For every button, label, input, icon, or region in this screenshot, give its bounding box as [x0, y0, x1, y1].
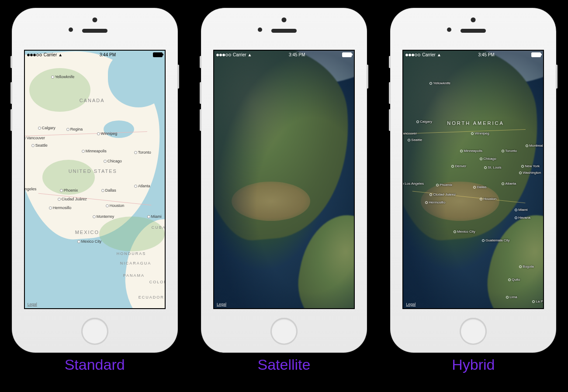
ocean-shading: [403, 51, 543, 308]
city-phoenix: Phoenix: [60, 188, 78, 193]
city-newyork: New York: [521, 164, 540, 168]
country-label-mexico: MEXICO: [75, 230, 99, 235]
city-chicago: Chicago: [104, 159, 122, 163]
city-dallas: Dallas: [101, 188, 116, 193]
front-camera: [92, 17, 97, 22]
power-button: [556, 65, 558, 89]
caption-hybrid: Hybrid: [452, 356, 495, 373]
signal-strength-icon: [216, 52, 232, 57]
carrier-label: Carrier: [422, 52, 436, 57]
city-stlouis: St. Louis: [484, 165, 501, 169]
volume-up-button: [389, 82, 391, 104]
city-losangeles: Los Angeles: [402, 182, 424, 186]
city-regina: Regina: [66, 127, 83, 131]
city-calgary: Calgary: [416, 120, 432, 124]
column-hybrid: Carrier ▲ 3:45 PM NORTH AMERICA Yellowkn…: [386, 8, 561, 373]
earpiece-speaker: [461, 29, 486, 33]
map-view-standard[interactable]: CANADA UNITED STATES MEXICO CUBA HONDURA…: [25, 51, 165, 308]
wifi-icon: ▲: [248, 52, 252, 57]
power-button: [177, 65, 179, 89]
city-toronto: Toronto: [502, 149, 517, 153]
screen-hybrid: Carrier ▲ 3:45 PM NORTH AMERICA Yellowkn…: [402, 50, 544, 309]
city-mexicocity: Mexico City: [77, 239, 102, 244]
country-label-ecuador: ECUADOR: [139, 295, 164, 299]
clock-label: 3:44 PM: [100, 52, 116, 57]
home-button[interactable]: [460, 318, 487, 345]
city-seattle: Seattle: [31, 143, 48, 148]
iphone-mockup-standard: Carrier ▲ 3:44 PM CANADA UNITED STATES M…: [12, 8, 178, 353]
caption-standard: Standard: [65, 356, 125, 373]
country-label-canada: CANADA: [80, 98, 105, 103]
country-label-panama: PANAMA: [123, 273, 145, 278]
city-phoenix: Phoenix: [436, 183, 452, 187]
legal-link[interactable]: Legal: [217, 302, 226, 306]
map-view-hybrid[interactable]: NORTH AMERICA Yellowknife Calgary Vancou…: [403, 51, 543, 308]
wifi-icon: ▲: [58, 52, 62, 57]
city-losangeles: Angeles: [24, 187, 37, 191]
city-washington: Washington: [519, 171, 541, 175]
city-mexicocity: Mexico City: [454, 230, 475, 234]
comparison-figure: Carrier ▲ 3:44 PM CANADA UNITED STATES M…: [0, 0, 568, 392]
power-button: [367, 65, 368, 89]
legal-link[interactable]: Legal: [406, 302, 416, 306]
city-winnipeg: Winnipeg: [97, 131, 118, 136]
battery-icon: [342, 52, 352, 57]
city-hermosillo: Hermosillo: [425, 200, 445, 204]
mute-switch: [389, 56, 391, 68]
country-label-colombia: COLOM: [149, 280, 166, 284]
city-monterrey: Monterrey: [93, 214, 114, 219]
city-bogota: Bogota: [519, 265, 533, 268]
proximity-sensor: [447, 28, 451, 32]
city-denver: Denver: [451, 164, 466, 168]
city-quito: Quito: [508, 278, 520, 282]
city-minneapolis: Minneapolis: [460, 149, 482, 153]
iphone-mockup-satellite: Carrier ▲ 3:45 PM Legal: [201, 8, 367, 353]
city-yellowknife: Yellowknife: [51, 75, 75, 79]
home-button[interactable]: [270, 318, 298, 345]
home-button[interactable]: [81, 318, 108, 345]
city-vancouver: Vancouver: [402, 131, 417, 135]
country-label-usa: UNITED STATES: [69, 168, 117, 174]
clock-label: 3:45 PM: [478, 52, 494, 57]
screen-satellite: Carrier ▲ 3:45 PM Legal: [213, 50, 355, 309]
caption-satellite: Satellite: [258, 356, 311, 373]
city-havana: Havana: [515, 216, 530, 220]
ocean-shading: [214, 51, 354, 308]
column-satellite: Carrier ▲ 3:45 PM Legal Satellite: [197, 8, 371, 373]
city-atlanta: Atlanta: [502, 182, 516, 186]
front-camera: [281, 17, 286, 22]
mute-switch: [10, 56, 12, 68]
carrier-label: Carrier: [44, 52, 57, 57]
volume-down-button: [10, 109, 12, 131]
signal-strength-icon: [27, 52, 42, 57]
carrier-label: Carrier: [233, 52, 246, 57]
country-label-honduras: HONDURAS: [117, 251, 146, 256]
city-winnipeg: Winnipeg: [471, 131, 489, 135]
battery-icon: [531, 52, 541, 57]
city-yellowknife: Yellowknife: [429, 81, 450, 85]
status-bar: Carrier ▲ 3:44 PM: [25, 51, 165, 58]
country-label-cuba: CUBA: [152, 225, 166, 230]
city-miami: Miami: [147, 214, 162, 219]
proximity-sensor: [69, 28, 73, 32]
city-calgary: Calgary: [38, 126, 55, 130]
city-vancouver: Vancouver: [24, 136, 45, 140]
clock-label: 3:45 PM: [289, 52, 305, 57]
screen-standard: Carrier ▲ 3:44 PM CANADA UNITED STATES M…: [24, 50, 166, 309]
city-ciudadjuarez: Ciudad Juárez: [58, 197, 87, 201]
city-houston: Houston: [480, 197, 496, 201]
mute-switch: [200, 56, 201, 68]
city-chicago: Chicago: [480, 157, 496, 161]
volume-down-button: [389, 109, 391, 131]
wifi-icon: ▲: [437, 52, 441, 57]
city-seattle: Seattle: [408, 138, 422, 142]
proximity-sensor: [258, 28, 262, 32]
signal-strength-icon: [405, 52, 421, 57]
country-label-nicaragua: NICARAGUA: [120, 261, 152, 265]
city-lapaz: La Paz: [532, 299, 544, 303]
city-minneapolis: Minneapolis: [82, 149, 107, 153]
city-ciudadjuarez: Ciudad Juárez: [429, 193, 456, 196]
map-view-satellite[interactable]: [214, 51, 354, 308]
country-label-north-america: NORTH AMERICA: [447, 120, 504, 126]
legal-link[interactable]: Legal: [28, 302, 37, 306]
